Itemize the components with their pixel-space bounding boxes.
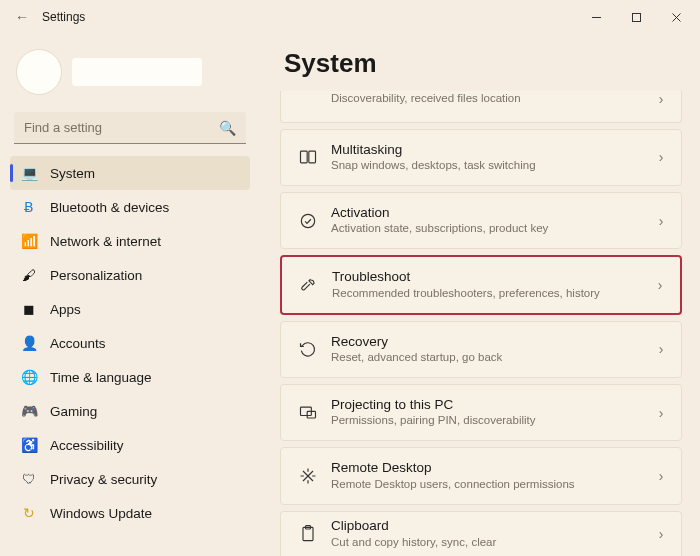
close-button[interactable] <box>656 2 696 32</box>
troubleshoot-icon <box>292 275 326 295</box>
row-recovery[interactable]: Recovery Reset, advanced startup, go bac… <box>280 321 682 378</box>
activation-icon <box>291 211 325 231</box>
sidebar-item-windows-update[interactable]: ↻ Windows Update <box>10 496 250 530</box>
row-clipboard[interactable]: Clipboard Cut and copy history, sync, cl… <box>280 511 682 556</box>
row-title: Clipboard <box>331 518 651 534</box>
row-multitasking[interactable]: Multitasking Snap windows, desktops, tas… <box>280 129 682 186</box>
sidebar-item-apps[interactable]: ◼ Apps <box>10 292 250 326</box>
row-title: Recovery <box>331 334 651 350</box>
profile-name-placeholder <box>72 58 202 86</box>
sidebar-item-time-language[interactable]: 🌐 Time & language <box>10 360 250 394</box>
sidebar-item-gaming[interactable]: 🎮 Gaming <box>10 394 250 428</box>
row-subtitle: Reset, advanced startup, go back <box>331 351 651 365</box>
back-button[interactable]: ← <box>8 9 36 25</box>
row-title: Multitasking <box>331 142 651 158</box>
row-nearby-sharing[interactable]: Discoverability, received files location… <box>280 91 682 123</box>
accounts-icon: 👤 <box>20 334 38 352</box>
avatar <box>16 49 62 95</box>
chevron-right-icon: › <box>651 91 671 107</box>
sidebar-item-label: Gaming <box>50 404 97 419</box>
apps-icon: ◼ <box>20 300 38 318</box>
search-input[interactable] <box>14 112 246 144</box>
chevron-right-icon: › <box>651 213 671 229</box>
account-profile[interactable] <box>10 44 250 100</box>
clipboard-icon <box>291 524 325 544</box>
row-subtitle: Cut and copy history, sync, clear <box>331 536 651 550</box>
row-title: Remote Desktop <box>331 460 651 476</box>
svg-rect-1 <box>632 13 640 21</box>
sidebar-item-label: Privacy & security <box>50 472 157 487</box>
sidebar-item-label: Windows Update <box>50 506 152 521</box>
sidebar-item-network[interactable]: 📶 Network & internet <box>10 224 250 258</box>
svg-rect-4 <box>301 151 308 163</box>
chevron-right-icon: › <box>650 277 670 293</box>
svg-rect-5 <box>309 151 316 163</box>
row-subtitle: Recommended troubleshooters, preferences… <box>332 287 650 301</box>
sidebar-item-bluetooth[interactable]: Ƀ Bluetooth & devices <box>10 190 250 224</box>
row-title: Projecting to this PC <box>331 397 651 413</box>
row-subtitle: Snap windows, desktops, task switching <box>331 159 651 173</box>
row-subtitle: Activation state, subscriptions, product… <box>331 222 651 236</box>
chevron-right-icon: › <box>651 405 671 421</box>
sidebar-item-personalization[interactable]: 🖌 Personalization <box>10 258 250 292</box>
remote-desktop-icon <box>291 466 325 486</box>
chevron-right-icon: › <box>651 341 671 357</box>
row-subtitle: Discoverability, received files location <box>331 92 651 106</box>
sidebar-item-accessibility[interactable]: ♿ Accessibility <box>10 428 250 462</box>
row-troubleshoot[interactable]: Troubleshoot Recommended troubleshooters… <box>280 255 682 314</box>
sidebar-item-label: System <box>50 166 95 181</box>
chevron-right-icon: › <box>651 526 671 542</box>
gaming-icon: 🎮 <box>20 402 38 420</box>
windows-update-icon: ↻ <box>20 504 38 522</box>
sidebar-item-label: Apps <box>50 302 81 317</box>
sidebar-item-label: Accessibility <box>50 438 124 453</box>
row-activation[interactable]: Activation Activation state, subscriptio… <box>280 192 682 249</box>
privacy-icon: 🛡 <box>20 470 38 488</box>
sidebar-item-label: Personalization <box>50 268 142 283</box>
row-projecting[interactable]: Projecting to this PC Permissions, pairi… <box>280 384 682 441</box>
sidebar-item-label: Time & language <box>50 370 152 385</box>
time-language-icon: 🌐 <box>20 368 38 386</box>
network-icon: 📶 <box>20 232 38 250</box>
minimize-button[interactable] <box>576 2 616 32</box>
app-title: Settings <box>42 10 85 24</box>
row-remote-desktop[interactable]: Remote Desktop Remote Desktop users, con… <box>280 447 682 504</box>
sidebar-item-label: Network & internet <box>50 234 161 249</box>
bluetooth-icon: Ƀ <box>20 198 38 216</box>
row-subtitle: Remote Desktop users, connection permiss… <box>331 478 651 492</box>
sidebar-item-accounts[interactable]: 👤 Accounts <box>10 326 250 360</box>
sidebar-item-label: Accounts <box>50 336 106 351</box>
row-title: Activation <box>331 205 651 221</box>
page-title: System <box>284 48 682 79</box>
chevron-right-icon: › <box>651 149 671 165</box>
system-icon: 💻 <box>20 164 38 182</box>
row-subtitle: Permissions, pairing PIN, discoverabilit… <box>331 414 651 428</box>
maximize-button[interactable] <box>616 2 656 32</box>
multitasking-icon <box>291 147 325 167</box>
projecting-icon <box>291 403 325 423</box>
personalization-icon: 🖌 <box>20 266 38 284</box>
svg-point-6 <box>301 214 314 227</box>
sidebar-item-system[interactable]: 💻 System <box>10 156 250 190</box>
chevron-right-icon: › <box>651 468 671 484</box>
row-title: Troubleshoot <box>332 269 650 285</box>
search-icon: 🔍 <box>219 120 236 136</box>
recovery-icon <box>291 339 325 359</box>
accessibility-icon: ♿ <box>20 436 38 454</box>
sidebar-item-label: Bluetooth & devices <box>50 200 169 215</box>
sidebar-item-privacy-security[interactable]: 🛡 Privacy & security <box>10 462 250 496</box>
